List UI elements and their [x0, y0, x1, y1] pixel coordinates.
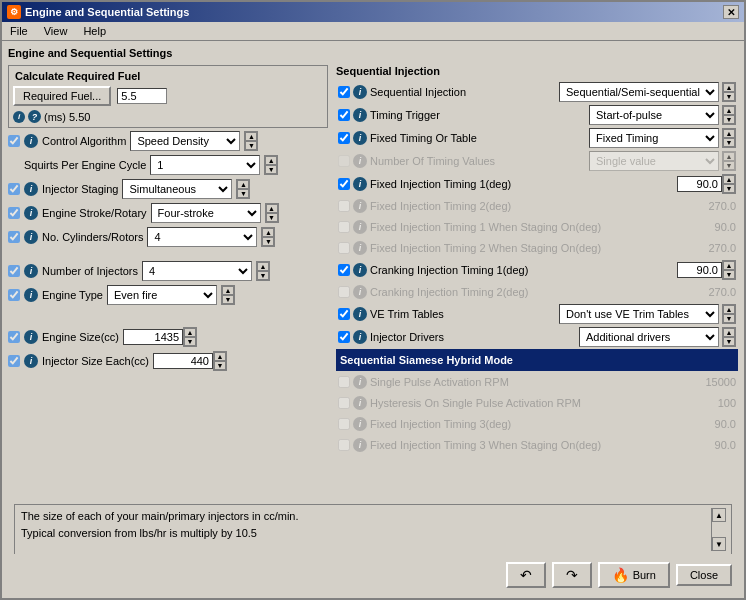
injector-drivers-check — [338, 331, 350, 343]
engine-size-input[interactable] — [123, 329, 183, 345]
engine-stroke-checkbox[interactable] — [8, 207, 20, 219]
single-pulse-checkbox[interactable] — [338, 376, 350, 388]
menu-help[interactable]: Help — [79, 24, 110, 38]
injector-drivers-up[interactable]: ▲ — [723, 328, 735, 337]
undo-button[interactable]: ↶ — [506, 562, 546, 588]
timing-trigger-select[interactable]: Start-of-pulse End-of-pulse — [589, 105, 719, 125]
injector-staging-checkbox[interactable] — [8, 183, 20, 195]
status-scroll-down[interactable]: ▼ — [712, 537, 726, 551]
no-cylinders-down[interactable]: ▼ — [262, 237, 274, 246]
ve-trim-select[interactable]: Don't use VE Trim Tables Use VE Trim Tab… — [559, 304, 719, 324]
num-injectors-select[interactable]: 12345678 — [142, 261, 252, 281]
squirts-select[interactable]: 1234 — [150, 155, 260, 175]
cranking-t1-up[interactable]: ▲ — [723, 261, 735, 270]
seq-siamese-row[interactable]: Sequential Siamese Hybrid Mode — [336, 349, 738, 371]
fixed-inj-t3-staging-checkbox[interactable] — [338, 439, 350, 451]
ve-trim-checkbox[interactable] — [338, 308, 350, 320]
close-window-button[interactable]: ✕ — [723, 5, 739, 19]
injector-size-up[interactable]: ▲ — [214, 352, 226, 361]
num-injectors-checkbox[interactable] — [8, 265, 20, 277]
timing-trigger-up[interactable]: ▲ — [723, 106, 735, 115]
injector-staging-select[interactable]: SimultaneousAlternating — [122, 179, 232, 199]
engine-stroke-up[interactable]: ▲ — [266, 204, 278, 213]
control-algo-up[interactable]: ▲ — [245, 132, 257, 141]
num-timing-checkbox[interactable] — [338, 155, 350, 167]
burn-button[interactable]: 🔥 Burn — [598, 562, 670, 588]
injector-staging-down[interactable]: ▼ — [237, 189, 249, 198]
engine-size-down[interactable]: ▼ — [184, 337, 196, 346]
status-scroll-up[interactable]: ▲ — [712, 508, 726, 522]
cranking-t2-checkbox[interactable] — [338, 286, 350, 298]
menu-file[interactable]: File — [6, 24, 32, 38]
ms-value: 5.50 — [69, 111, 90, 123]
fixed-inj-t1-spin: ▲ ▼ — [677, 174, 736, 194]
engine-size-up[interactable]: ▲ — [184, 328, 196, 337]
fixed-timing-select[interactable]: Fixed Timing Use Table — [589, 128, 719, 148]
no-cylinders-select[interactable]: 12345678 — [147, 227, 257, 247]
redo-button[interactable]: ↷ — [552, 562, 592, 588]
control-algo-down[interactable]: ▼ — [245, 141, 257, 150]
ms-row: i ? (ms) 5.50 — [13, 110, 323, 123]
num-timing-up[interactable]: ▲ — [723, 152, 735, 161]
no-cylinders-checkbox[interactable] — [8, 231, 20, 243]
injector-size-checkbox[interactable] — [8, 355, 20, 367]
fixed-inj-t2-staging-checkbox[interactable] — [338, 242, 350, 254]
injector-drivers-select[interactable]: Additional drivers Standard drivers — [579, 327, 719, 347]
no-cylinders-up[interactable]: ▲ — [262, 228, 274, 237]
control-algo-select[interactable]: Speed Density Alpha-N MAF/MAP — [130, 131, 240, 151]
ve-trim-up[interactable]: ▲ — [723, 305, 735, 314]
num-timing-select[interactable]: Single value Two values — [589, 151, 719, 171]
cranking-t1-down[interactable]: ▼ — [723, 270, 735, 279]
fixed-inj-t3-checkbox[interactable] — [338, 418, 350, 430]
num-injectors-up[interactable]: ▲ — [257, 262, 269, 271]
engine-type-down[interactable]: ▼ — [222, 295, 234, 304]
close-button[interactable]: Close — [676, 564, 732, 586]
engine-size-checkbox[interactable] — [8, 331, 20, 343]
injector-size-info-icon: i — [24, 354, 38, 368]
fuel-value-input[interactable] — [117, 88, 167, 104]
seq-siamese-label: Sequential Siamese Hybrid Mode — [340, 354, 513, 366]
cranking-t1-checkbox[interactable] — [338, 264, 350, 276]
control-algo-label: Control Algorithm — [42, 135, 126, 147]
control-algo-checkbox[interactable] — [8, 135, 20, 147]
fixed-timing-checkbox[interactable] — [338, 132, 350, 144]
fixed-inj-t1-down[interactable]: ▼ — [723, 184, 735, 193]
cranking-t1-input[interactable] — [677, 262, 722, 278]
fixed-inj-t1-staging-checkbox[interactable] — [338, 221, 350, 233]
req-fuel-button[interactable]: Required Fuel... — [13, 86, 111, 106]
injector-size-input[interactable] — [153, 353, 213, 369]
engine-type-row: i Engine Type Even fireOdd fire ▲ ▼ — [8, 284, 328, 306]
timing-trigger-down[interactable]: ▼ — [723, 115, 735, 124]
seq-title: Sequential Injection — [336, 65, 738, 77]
fixed-timing-up[interactable]: ▲ — [723, 129, 735, 138]
seq-injection-select[interactable]: Sequential/Semi-sequential Batch/Bank — [559, 82, 719, 102]
seq-injection-up[interactable]: ▲ — [723, 83, 735, 92]
fixed-inj-t1-check — [338, 178, 350, 190]
seq-injection-checkbox[interactable] — [338, 86, 350, 98]
num-timing-down[interactable]: ▼ — [723, 161, 735, 170]
injector-staging-up[interactable]: ▲ — [237, 180, 249, 189]
injector-drivers-checkbox[interactable] — [338, 331, 350, 343]
timing-trigger-checkbox[interactable] — [338, 109, 350, 121]
cranking-t1-info-icon: i — [353, 263, 367, 277]
fixed-inj-t1-checkbox[interactable] — [338, 178, 350, 190]
ve-trim-down[interactable]: ▼ — [723, 314, 735, 323]
fixed-inj-t1-staging-label: Fixed Injection Timing 1 When Staging On… — [370, 221, 712, 233]
menu-view[interactable]: View — [40, 24, 72, 38]
fixed-timing-down[interactable]: ▼ — [723, 138, 735, 147]
engine-type-checkbox[interactable] — [8, 289, 20, 301]
injector-drivers-down[interactable]: ▼ — [723, 337, 735, 346]
fixed-inj-t1-up[interactable]: ▲ — [723, 175, 735, 184]
injector-size-down[interactable]: ▼ — [214, 361, 226, 370]
engine-type-select[interactable]: Even fireOdd fire — [107, 285, 217, 305]
seq-injection-down[interactable]: ▼ — [723, 92, 735, 101]
engine-type-up[interactable]: ▲ — [222, 286, 234, 295]
fixed-inj-t2-checkbox[interactable] — [338, 200, 350, 212]
fixed-inj-t1-input[interactable] — [677, 176, 722, 192]
num-injectors-down[interactable]: ▼ — [257, 271, 269, 280]
hysteresis-checkbox[interactable] — [338, 397, 350, 409]
squirts-up[interactable]: ▲ — [265, 156, 277, 165]
squirts-down[interactable]: ▼ — [265, 165, 277, 174]
engine-stroke-select[interactable]: Four-strokeTwo-strokeRotary — [151, 203, 261, 223]
engine-stroke-down[interactable]: ▼ — [266, 213, 278, 222]
